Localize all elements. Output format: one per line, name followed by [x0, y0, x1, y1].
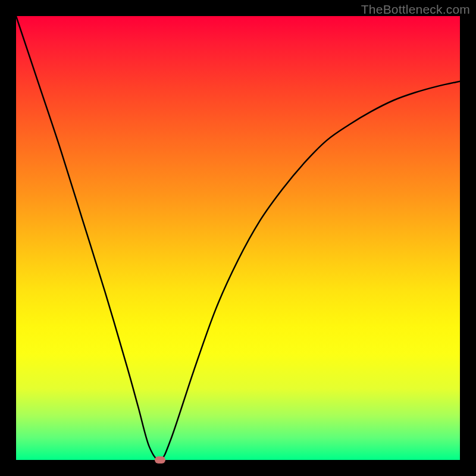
plot-area: [16, 16, 460, 460]
watermark-text: TheBottleneck.com: [361, 2, 470, 17]
minimum-marker: [155, 456, 165, 464]
bottleneck-curve: [16, 16, 460, 460]
chart-container: TheBottleneck.com: [0, 0, 476, 476]
